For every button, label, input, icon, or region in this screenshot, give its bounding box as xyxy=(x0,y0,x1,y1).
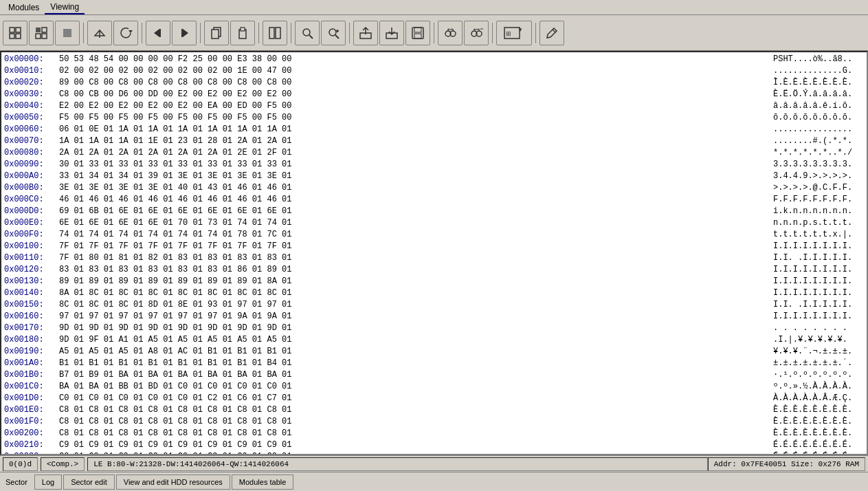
hex-ascii: È.È.È.È.È.È.È.È. xyxy=(768,404,864,416)
next-sector-btn[interactable] xyxy=(172,21,197,45)
hex-row: 0x00020: 89 00 C8 00 C8 00 C8 00 C8 00 C… xyxy=(4,77,864,89)
sep7 xyxy=(434,23,434,43)
hex-ascii: I.I.I.I.I.I.I.I. xyxy=(768,264,864,276)
hex-row: 0x00090: 30 01 33 01 33 01 33 01 33 01 3… xyxy=(4,159,864,171)
sectors-btn[interactable] xyxy=(29,21,54,45)
menu-modules[interactable]: Modules xyxy=(3,1,45,14)
sep5 xyxy=(291,23,291,43)
hex-ascii: 3.3.3.3.3.3.3.3. xyxy=(768,159,864,171)
hex-ascii: *.*.*.*.*.*..*./ xyxy=(768,147,864,159)
import-btn[interactable] xyxy=(379,21,404,45)
hex-bytes: C8 01 C8 01 C8 01 C8 01 C8 01 C8 01 C8 0… xyxy=(59,428,768,439)
hex-address: 0x001C0: xyxy=(4,381,59,393)
hex-row: 0x00190: A5 01 A5 01 A5 01 A8 01 AC 01 B… xyxy=(4,346,864,358)
bottom-tab-view-and-edit-hdd-resources[interactable]: View and edit HDD resources xyxy=(116,474,230,490)
paste-btn[interactable] xyxy=(230,21,255,45)
bottom-tab-log[interactable]: Log xyxy=(34,474,62,490)
hex-address: 0x00180: xyxy=(4,334,59,346)
hex-bytes: 33 01 34 01 34 01 39 01 3E 01 3E 01 3E 0… xyxy=(59,171,768,182)
hex-row: 0x00010: 02 00 02 00 02 00 02 00 02 00 0… xyxy=(4,65,864,77)
hex-address: 0x00110: xyxy=(4,252,59,264)
hex-ascii: ±.±.±.±.±.±.±.´. xyxy=(768,358,864,369)
svg-marker-11 xyxy=(154,29,159,37)
hex-bytes: 30 01 33 01 33 01 33 01 33 01 33 01 33 0… xyxy=(59,159,768,171)
hex-row: 0x00160: 97 01 97 01 97 01 97 01 97 01 9… xyxy=(4,311,864,323)
hex-ascii: >.>.>.>.@.C.F.F. xyxy=(768,182,864,194)
hex-address: 0x00170: xyxy=(4,323,59,334)
binoculars1-btn[interactable] xyxy=(438,21,463,45)
sep8 xyxy=(492,23,493,43)
hex-bytes: 74 01 74 01 74 01 74 01 74 01 74 01 78 0… xyxy=(59,229,768,241)
search2-btn[interactable] xyxy=(321,21,346,45)
sep3 xyxy=(200,23,201,43)
hex-ascii: I.I. .I.I.I.I.I. xyxy=(768,299,864,311)
hex-bytes: B1 01 B1 01 B1 01 B1 01 B1 01 B1 01 B1 0… xyxy=(59,358,768,369)
hex-bytes: C8 00 CB 00 D6 00 DD 00 E2 00 E2 00 E2 0… xyxy=(59,89,768,100)
bottom-tabs: Sector LogSector editView and edit HDD r… xyxy=(0,472,868,491)
hex-address: 0x000F0: xyxy=(4,229,59,241)
hex-ascii: È.È.È.È.È.È.È.È. xyxy=(768,428,864,439)
hex-row: 0x00120: 83 01 83 01 83 01 83 01 83 01 8… xyxy=(4,264,864,276)
svg-point-23 xyxy=(329,29,336,36)
binoculars2-btn[interactable] xyxy=(464,21,489,45)
hex-ascii: ¥.¥.¥.¨.¬.±.±.±. xyxy=(768,346,864,358)
hex-row: 0x00030: C8 00 CB 00 D6 00 DD 00 E2 00 E… xyxy=(4,89,864,100)
hex-bytes: 69 01 6B 01 6E 01 6E 01 6E 01 6E 01 6E 0… xyxy=(59,206,768,217)
hex-row: 0x00130: 89 01 89 01 89 01 89 01 89 01 8… xyxy=(4,276,864,287)
hex-ascii: Ì.È.È.È.È.È.È.È. xyxy=(768,77,864,89)
hex-ascii: t.t.t.t.t.t.x.|. xyxy=(768,229,864,241)
menu-viewing[interactable]: Viewing xyxy=(45,1,85,14)
hex-address: 0x00120: xyxy=(4,264,59,276)
hex-address: 0x001F0: xyxy=(4,416,59,428)
edit-btn[interactable] xyxy=(539,21,564,45)
hex-bytes: B7 01 B9 01 BA 01 BA 01 BA 01 BA 01 BA 0… xyxy=(59,369,768,381)
svg-rect-0 xyxy=(10,28,14,32)
hex-address: 0x00000: xyxy=(4,54,59,65)
view-btn[interactable] xyxy=(263,21,287,45)
copy-btn[interactable] xyxy=(204,21,229,45)
hex-ascii: È.È.È.È.È.È.È.È. xyxy=(768,416,864,428)
hex-ascii: n.n.n.p.s.t.t.t. xyxy=(768,217,864,229)
toolbar: ⊞▼ xyxy=(0,15,868,51)
modules-btn[interactable] xyxy=(3,21,27,45)
counter-btn[interactable]: ⊞▼ xyxy=(496,21,532,45)
bottom-tab-modules-table[interactable]: Modules table xyxy=(232,474,294,490)
hex-bytes: 50 53 48 54 00 00 00 00 F2 25 00 00 E3 3… xyxy=(59,54,768,65)
hex-bytes: 7F 01 7F 01 7F 01 7F 01 7F 01 7F 01 7F 0… xyxy=(59,241,768,252)
refresh-btn[interactable] xyxy=(113,21,138,45)
hex-bytes: 1A 01 1A 01 1A 01 1E 01 23 01 28 01 2A 0… xyxy=(59,135,768,147)
hex-bytes: 3E 01 3E 01 3E 01 3E 01 40 01 43 01 46 0… xyxy=(59,182,768,194)
hex-ascii: F.F.F.F.F.F.F.F. xyxy=(768,194,864,206)
open-drive-btn[interactable] xyxy=(87,21,112,45)
footer-sector-label: Sector xyxy=(3,478,30,486)
hex-ascii: 3.4.4.9.>.>.>.>. xyxy=(768,171,864,182)
hex-bytes: 83 01 83 01 83 01 83 01 83 01 83 01 86 0… xyxy=(59,264,768,276)
hex-row: 0x001A0: B1 01 B1 01 B1 01 B1 01 B1 01 B… xyxy=(4,358,864,369)
hex-address: 0x00210: xyxy=(4,439,59,451)
hex-address: 0x00200: xyxy=(4,428,59,439)
save-btn[interactable] xyxy=(405,21,430,45)
stop-btn[interactable] xyxy=(55,21,80,45)
svg-rect-2 xyxy=(10,34,14,39)
svg-rect-6 xyxy=(36,34,41,39)
prev-sector-btn[interactable] xyxy=(146,21,170,45)
hex-address: 0x001E0: xyxy=(4,404,59,416)
hex-bytes: 2A 01 2A 01 2A 01 2A 01 2A 01 2A 01 2E 0… xyxy=(59,147,768,159)
hex-address: 0x000C0: xyxy=(4,194,59,206)
hex-view[interactable]: 0x00000: 50 53 48 54 00 00 00 00 F2 25 0… xyxy=(0,51,868,455)
hex-ascii: ................ xyxy=(768,124,864,135)
hex-bytes: 89 00 C8 00 C8 00 C8 00 C8 00 C8 00 C8 0… xyxy=(59,77,768,89)
svg-line-40 xyxy=(553,30,555,32)
hex-row: 0x000A0: 33 01 34 01 34 01 39 01 3E 01 3… xyxy=(4,171,864,182)
export-btn[interactable] xyxy=(353,21,378,45)
sep9 xyxy=(535,23,536,43)
hex-ascii: ..............G. xyxy=(768,65,864,77)
svg-rect-3 xyxy=(16,34,21,39)
search-btn[interactable] xyxy=(295,21,320,45)
hex-ascii: I.I.I.I.I.I.I.I. xyxy=(768,276,864,287)
hex-bytes: C0 01 C0 01 C0 01 C0 01 C0 01 C2 01 C6 0… xyxy=(59,393,768,404)
hex-ascii: õ.õ.õ.õ.õ.õ.õ.õ. xyxy=(768,112,864,124)
bottom-tab-sector-edit[interactable]: Sector edit xyxy=(63,474,115,490)
hex-row: 0x00080: 2A 01 2A 01 2A 01 2A 01 2A 01 2… xyxy=(4,147,864,159)
hex-row: 0x000C0: 46 01 46 01 46 01 46 01 46 01 4… xyxy=(4,194,864,206)
